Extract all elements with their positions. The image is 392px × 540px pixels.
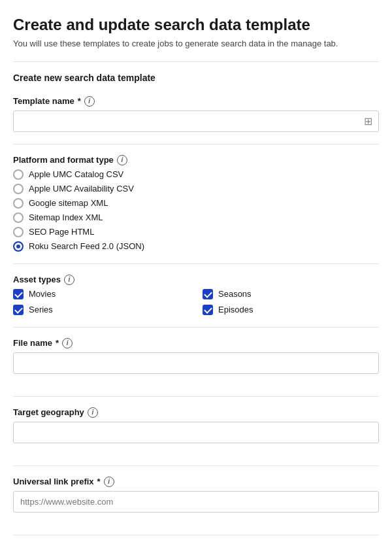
asset-type-series[interactable]: Series — [13, 305, 189, 315]
platform-radio-google-sitemap[interactable] — [13, 198, 24, 209]
asset-type-movies-label: Movies — [29, 289, 56, 299]
platform-option-seo-page-label: SEO Page HTML — [29, 227, 94, 237]
template-name-field: Template name * i ⊞ — [13, 96, 379, 132]
target-geography-field: Target geography i — [13, 407, 379, 455]
asset-type-movies-checkbox[interactable] — [13, 289, 24, 299]
platform-label: Platform and format type i — [13, 155, 379, 165]
asset-type-episodes-checkbox[interactable] — [203, 305, 213, 315]
file-name-field: File name * i — [13, 338, 379, 386]
asset-type-series-checkbox[interactable] — [13, 305, 24, 315]
divider-1 — [13, 144, 379, 144]
template-name-input[interactable] — [13, 110, 379, 132]
universal-link-input[interactable] — [13, 491, 379, 513]
asset-type-series-label: Series — [29, 305, 53, 314]
universal-link-field: Universal link prefix * i — [13, 477, 379, 524]
platform-option-apple-availability[interactable]: Apple UMC Availability CSV — [13, 184, 379, 194]
file-name-required: * — [56, 338, 59, 348]
universal-link-label: Universal link prefix * i — [13, 477, 379, 487]
platform-info-icon: i — [117, 155, 127, 165]
platform-radio-apple-availability[interactable] — [13, 184, 24, 194]
platform-option-apple-catalog[interactable]: Apple UMC Catalog CSV — [13, 169, 379, 180]
asset-type-seasons-label: Seasons — [218, 289, 252, 299]
platform-radio-seo-page[interactable] — [13, 227, 24, 237]
universal-link-info-icon: i — [104, 477, 114, 487]
page-subtitle: You will use these templates to create j… — [13, 39, 379, 48]
universal-link-required: * — [97, 477, 101, 486]
platform-option-google-sitemap-label: Google sitemap XML — [29, 198, 108, 208]
file-name-info-icon: i — [62, 338, 73, 348]
platform-radio-apple-catalog[interactable] — [13, 169, 24, 180]
platform-option-roku-label: Roku Search Feed 2.0 (JSON) — [29, 241, 144, 251]
page-title: Create and update search data template — [13, 16, 379, 35]
asset-types-grid: Movies Seasons Series Episodes — [13, 289, 379, 315]
platform-radio-group: Apple UMC Catalog CSV Apple UMC Availabi… — [13, 169, 379, 252]
platform-option-roku[interactable]: Roku Search Feed 2.0 (JSON) — [13, 241, 379, 252]
template-name-info-icon: i — [84, 96, 95, 107]
file-name-input[interactable] — [13, 352, 379, 374]
section-divider — [13, 61, 379, 62]
template-name-input-wrapper: ⊞ — [13, 110, 379, 132]
divider-3 — [13, 327, 379, 328]
divider-6 — [13, 535, 379, 535]
target-geography-info-icon: i — [88, 407, 98, 418]
divider-2 — [13, 263, 379, 264]
platform-section: Platform and format type i Apple UMC Cat… — [13, 155, 379, 252]
target-geography-input[interactable] — [13, 422, 379, 443]
platform-radio-roku[interactable] — [13, 241, 24, 252]
platform-option-google-sitemap[interactable]: Google sitemap XML — [13, 198, 379, 209]
asset-types-section: Asset types i Movies Seasons Series Epis… — [13, 275, 379, 315]
section-title: Create new search data template — [13, 73, 379, 86]
platform-option-seo-page[interactable]: SEO Page HTML — [13, 227, 379, 237]
template-name-label: Template name * i — [13, 96, 379, 107]
asset-type-seasons-checkbox[interactable] — [203, 289, 213, 299]
divider-4 — [13, 396, 379, 397]
platform-option-sitemap-index-label: Sitemap Index XML — [29, 212, 103, 222]
platform-option-apple-availability-label: Apple UMC Availability CSV — [29, 184, 134, 194]
divider-5 — [13, 465, 379, 466]
asset-types-label: Asset types i — [13, 275, 379, 285]
asset-type-episodes[interactable]: Episodes — [203, 305, 379, 315]
file-name-label: File name * i — [13, 338, 379, 348]
asset-types-info-icon: i — [64, 275, 74, 285]
required-indicator: * — [78, 96, 81, 106]
target-geography-label: Target geography i — [13, 407, 379, 418]
platform-radio-sitemap-index[interactable] — [13, 212, 24, 223]
asset-type-movies[interactable]: Movies — [13, 289, 189, 299]
asset-type-episodes-label: Episodes — [218, 305, 253, 314]
table-icon: ⊞ — [364, 115, 372, 127]
asset-type-seasons[interactable]: Seasons — [203, 289, 379, 299]
platform-option-apple-catalog-label: Apple UMC Catalog CSV — [29, 169, 123, 179]
platform-option-sitemap-index[interactable]: Sitemap Index XML — [13, 212, 379, 223]
